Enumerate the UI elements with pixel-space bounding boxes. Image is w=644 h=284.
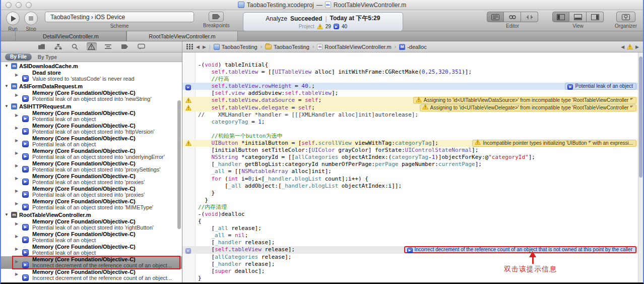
assistant-editor-button[interactable]: [504, 12, 521, 22]
disclosure-triangle-icon[interactable]: ▶: [15, 221, 18, 226]
next-issue-icon[interactable]: ▶: [635, 44, 639, 49]
source-editor[interactable]: -(void) tableInitial{ self.tableView = […: [182, 52, 643, 282]
filter-by-type[interactable]: By Type: [38, 54, 57, 60]
code-line[interactable]: self.tableView = [[UITableView alloc] in…: [182, 69, 643, 76]
disclosure-triangle-icon[interactable]: ▶: [15, 176, 18, 181]
issue-item[interactable]: ▶▶Memory (Core Foundation/Objective-C)In…: [1, 269, 182, 281]
inline-annotation[interactable]: ▶Potential leak of an object: [565, 83, 636, 90]
code-line[interactable]: }: [182, 197, 643, 204]
code-area[interactable]: -(void) tableInitial{ self.tableView = […: [182, 52, 643, 282]
breadcrumb-group[interactable]: TaobaoTesting: [265, 44, 309, 50]
issue-item[interactable]: ▶▶Memory (Core Foundation/Objective-C)Po…: [1, 218, 182, 231]
sidebar-scrollbar[interactable]: [177, 100, 181, 229]
code-line[interactable]: self.tableView.delegate = self;Assigning…: [182, 104, 643, 111]
code-line[interactable]: ▶ self.tableView.rowHeight = 40.;▶Potent…: [182, 83, 643, 90]
code-line[interactable]: [_handler release];: [182, 239, 643, 246]
code-line[interactable]: [_handler release];: [182, 261, 643, 268]
disclosure-triangle-icon[interactable]: ▶: [15, 113, 18, 118]
code-line[interactable]: self.tableView.dataSource = self;Assigni…: [182, 97, 643, 104]
debug-panel-button[interactable]: [569, 12, 587, 22]
disclosure-triangle-icon[interactable]: ▼: [5, 64, 9, 68]
code-line[interactable]: for (int i=0;i<[_handler.blogList count]…: [182, 176, 643, 183]
code-line[interactable]: [182, 126, 643, 133]
issue-item[interactable]: ▶▶Memory (Core Foundation/Objective-C)Po…: [1, 160, 182, 173]
close-button[interactable]: [6, 2, 12, 8]
related-items-icon[interactable]: [186, 44, 193, 49]
code-line[interactable]: -(void)dealloc: [182, 211, 643, 218]
issue-item[interactable]: ▶▶Memory (Core Foundation/Objective-C)Po…: [1, 281, 182, 282]
tab-roottableviewcontroller[interactable]: RootTableViewController.m: [126, 31, 238, 41]
activity-viewer[interactable]: Analyze Succeeded | Today at 下午5:29 Proj…: [243, 12, 403, 31]
issue-navigator-icon[interactable]: [87, 42, 97, 51]
navigator-panel-button[interactable]: [552, 12, 569, 22]
code-line[interactable]: [_all addObject:[_handler.blogList objec…: [182, 183, 643, 190]
code-line[interactable]: //行高: [182, 76, 643, 83]
inline-annotation[interactable]: Assigning to 'id<UITableViewDataSource>'…: [413, 97, 636, 104]
code-line[interactable]: {: [182, 218, 643, 225]
breakpoint-navigator-icon[interactable]: [120, 42, 130, 51]
disclosure-triangle-icon[interactable]: ▶: [15, 73, 18, 77]
code-line[interactable]: }: [182, 190, 643, 197]
disclosure-triangle-icon[interactable]: ▶: [15, 151, 18, 155]
issue-item[interactable]: ▶▶Memory (Core Foundation/Objective-C)Po…: [1, 148, 182, 160]
code-line[interactable]: // XMLHandler *handler = [[[XMLHandler a…: [182, 111, 643, 119]
scrollbar-thumb[interactable]: [639, 56, 642, 178]
issue-file-row[interactable]: ▼mRootTableViewController.m: [1, 211, 182, 218]
organizer-button[interactable]: [616, 12, 635, 22]
symbol-navigator-icon[interactable]: [53, 42, 63, 51]
analyzer-badge-icon[interactable]: ▶: [185, 83, 191, 90]
code-line[interactable]: [self.view addSubview:self.tableView];: [182, 90, 643, 97]
issue-item[interactable]: ▶▶Memory (Core Foundation/Objective-C)Po…: [1, 110, 182, 123]
disclosure-triangle-icon[interactable]: ▶: [15, 93, 18, 97]
disclosure-triangle-icon[interactable]: ▼: [5, 84, 9, 88]
code-line[interactable]: _all = nil;: [182, 232, 643, 239]
code-line[interactable]: ▶ [self.tableView release];▶Incorrect de…: [182, 246, 643, 253]
issue-item[interactable]: ▶▶Memory (Core Foundation/Objective-C)Po…: [1, 198, 182, 211]
inline-annotation[interactable]: Incompatible pointer types initializing …: [472, 140, 636, 147]
issue-item[interactable]: ▶▶Dead storeValue stored to 'statusCode'…: [1, 70, 182, 82]
issue-file-row[interactable]: ▼mASIHTTPRequest.m: [1, 102, 182, 110]
code-line[interactable]: }: [182, 275, 643, 282]
issue-file-row[interactable]: ▼mASIFormDataRequest.m: [1, 82, 182, 90]
analyzer-badge-icon[interactable]: ▶: [185, 247, 191, 254]
project-navigator-icon[interactable]: [37, 42, 47, 51]
issue-item[interactable]: ▶▶Memory (Core Foundation/Objective-C)Po…: [1, 231, 182, 244]
version-editor-button[interactable]: [521, 12, 538, 22]
code-line[interactable]: -(void) tableInitial{: [182, 62, 643, 69]
issue-item[interactable]: ▶▶Memory (Core Foundation/Objective-C)Po…: [1, 186, 182, 198]
disclosure-triangle-icon[interactable]: ▼: [5, 104, 9, 108]
debug-navigator-icon[interactable]: [103, 42, 113, 51]
issue-item[interactable]: ▶▶Memory (Core Foundation/Objective-C)Po…: [1, 90, 182, 102]
back-arrow-icon[interactable]: ◀: [196, 44, 200, 49]
log-navigator-icon[interactable]: [137, 42, 147, 51]
warning-count[interactable]: 29: [326, 24, 331, 29]
stop-button[interactable]: [24, 12, 38, 25]
filter-by-file[interactable]: By File: [5, 53, 32, 61]
code-line[interactable]: categoryTag = 1;: [182, 119, 643, 126]
disclosure-triangle-icon[interactable]: ▶: [15, 234, 18, 239]
issue-item[interactable]: ▶▶Memory (Core Foundation/Objective-C)Po…: [1, 244, 182, 256]
issue-item[interactable]: ▶▶Memory (Core Foundation/Objective-C)Po…: [1, 123, 182, 135]
disclosure-triangle-icon[interactable]: ▶: [15, 163, 18, 168]
code-line[interactable]: [_handler getBlogList:categoryId numberO…: [182, 161, 643, 168]
issue-item[interactable]: ▶▶Memory (Core Foundation/Objective-C)In…: [1, 256, 182, 269]
issue-item[interactable]: ▶▶Memory (Core Foundation/Objective-C)Po…: [1, 173, 182, 186]
disclosure-triangle-icon[interactable]: ▼: [5, 212, 9, 217]
code-line[interactable]: [allCategories release];: [182, 254, 643, 261]
analyzer-count[interactable]: 40: [342, 24, 347, 29]
forward-arrow-icon[interactable]: ▶: [203, 44, 206, 49]
breakpoints-button[interactable]: [209, 12, 224, 22]
code-line[interactable]: //初始第一个button为选中: [182, 133, 643, 140]
issue-item[interactable]: ▶▶Memory (Core Foundation/Objective-C)Po…: [1, 135, 182, 148]
code-line[interactable]: //内存清理: [182, 204, 643, 211]
disclosure-triangle-icon[interactable]: ▶: [15, 126, 18, 130]
inline-annotation[interactable]: ▶Incorrect decrement of the reference co…: [404, 246, 636, 253]
breadcrumb-project[interactable]: TaobaoTesting: [214, 44, 257, 50]
search-navigator-icon[interactable]: [70, 42, 80, 51]
code-line[interactable]: [super dealloc];: [182, 268, 643, 275]
code-line[interactable]: [_all release];: [182, 225, 643, 232]
code-line[interactable]: [initialButton setTitleColor:[UIColor gr…: [182, 147, 643, 154]
disclosure-triangle-icon[interactable]: ▶: [15, 201, 18, 206]
code-line[interactable]: UIButton *initialButton = [self.scrollVi…: [182, 140, 643, 147]
breadcrumb-method[interactable]: M-dealloc: [399, 44, 427, 50]
